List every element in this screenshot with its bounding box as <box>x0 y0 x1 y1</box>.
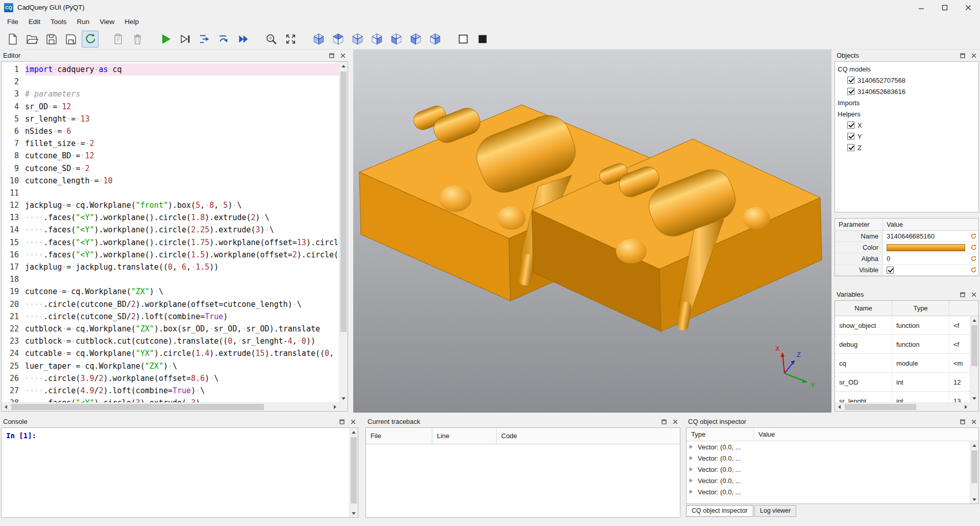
expand-arrow-icon[interactable] <box>690 490 695 494</box>
scroll-right-arrow[interactable] <box>331 403 339 411</box>
expand-arrow-icon[interactable] <box>690 445 695 449</box>
traceback-col-file[interactable]: File <box>366 428 432 444</box>
visible-checkbox[interactable] <box>887 267 894 274</box>
close-button[interactable] <box>957 0 980 15</box>
objects-close-icon[interactable] <box>971 53 977 59</box>
menu-file[interactable]: File <box>2 15 23 29</box>
cq-inspector-float-icon[interactable] <box>960 419 966 425</box>
variable-row[interactable]: cqmodule<m <box>835 354 978 373</box>
maximize-button[interactable] <box>933 0 957 15</box>
scroll-up-arrow[interactable] <box>350 428 358 436</box>
item-checkbox[interactable] <box>847 77 854 84</box>
property-value-color[interactable] <box>883 242 968 253</box>
properties-col-value[interactable]: Value <box>883 219 968 230</box>
editor-close-icon[interactable] <box>340 53 346 59</box>
cq-inspector-close-icon[interactable] <box>971 419 977 425</box>
scroll-down-arrow[interactable] <box>970 394 978 402</box>
property-value-alpha[interactable]: 0 <box>883 253 968 264</box>
save-as-button[interactable] <box>62 31 79 47</box>
variable-row[interactable]: show_objectfunction<f <box>835 316 978 335</box>
menu-tools[interactable]: Tools <box>45 15 72 29</box>
variables-vertical-scrollbar[interactable] <box>970 316 978 402</box>
view-left-button[interactable] <box>407 31 424 47</box>
reload-button[interactable] <box>82 31 99 47</box>
variables-hscroll-thumb[interactable] <box>845 404 916 410</box>
menu-edit[interactable]: Edit <box>23 15 45 29</box>
cq-inspector-vscroll-thumb[interactable] <box>971 450 977 483</box>
scroll-down-arrow[interactable] <box>350 509 358 517</box>
menu-help[interactable]: Help <box>119 15 144 29</box>
minimize-button[interactable] <box>910 0 933 15</box>
tree-item[interactable]: 3140652707568 <box>835 75 978 86</box>
scroll-right-arrow[interactable] <box>962 403 970 411</box>
tab-log-viewer[interactable]: Log viewer <box>754 505 796 517</box>
wireframe-button[interactable] <box>455 31 472 47</box>
variables-float-icon[interactable] <box>960 292 966 298</box>
step-next-button[interactable] <box>215 31 232 47</box>
item-checkbox[interactable] <box>847 144 854 151</box>
item-checkbox[interactable] <box>847 88 854 95</box>
tree-group[interactable]: Helpers <box>835 108 978 119</box>
traceback-float-icon[interactable] <box>661 419 667 425</box>
variables-horizontal-scrollbar[interactable] <box>835 402 970 411</box>
variables-vscroll-thumb[interactable] <box>971 325 977 366</box>
item-checkbox[interactable] <box>847 133 854 140</box>
tree-group[interactable]: CQ models <box>835 63 978 75</box>
scroll-up-arrow[interactable] <box>970 316 978 324</box>
reset-button[interactable] <box>968 233 978 240</box>
expand-arrow-icon[interactable] <box>690 456 695 460</box>
editor-float-icon[interactable] <box>329 53 335 59</box>
scroll-left-arrow[interactable] <box>835 403 843 411</box>
tree-item[interactable]: Y <box>835 131 978 142</box>
cq-inspector-col-type[interactable]: Type <box>687 428 754 441</box>
view-iso-button[interactable] <box>310 31 327 47</box>
editor-horizontal-scrollbar[interactable] <box>2 402 339 411</box>
debug-button[interactable] <box>177 31 193 47</box>
reset-button[interactable] <box>968 255 978 262</box>
editor-vertical-scrollbar[interactable] <box>339 62 348 402</box>
reset-button[interactable] <box>968 267 978 273</box>
step-button[interactable] <box>196 31 213 47</box>
inspector-row[interactable]: Vector: (0.0, ... <box>687 486 978 497</box>
scroll-down-arrow[interactable] <box>970 495 978 504</box>
inspector-row[interactable]: Vector: (0.0, ... <box>687 464 978 475</box>
new-file-button[interactable] <box>4 31 21 47</box>
console-vscroll-thumb[interactable] <box>351 437 357 504</box>
open-file-button[interactable] <box>23 31 40 47</box>
view-top-button[interactable] <box>330 31 347 47</box>
property-value-visible[interactable] <box>883 265 968 275</box>
code-text-area[interactable]: import·cadquery·as·cq# parameterssr_OD·=… <box>25 62 339 402</box>
scroll-left-arrow[interactable] <box>2 403 10 411</box>
editor-vscroll-thumb[interactable] <box>340 71 347 332</box>
console-vertical-scrollbar[interactable] <box>349 428 358 517</box>
traceback-col-code[interactable]: Code <box>497 428 680 444</box>
tree-item[interactable]: X <box>835 119 978 131</box>
item-checkbox[interactable] <box>847 122 854 129</box>
console-float-icon[interactable] <box>339 419 345 425</box>
shaded-button[interactable] <box>474 31 491 47</box>
clear-button[interactable] <box>110 31 127 47</box>
variable-row[interactable]: sr_ODint12 <box>835 373 978 392</box>
code-editor[interactable]: 1234567891011121314151617181920212223242… <box>1 61 348 412</box>
cq-inspector-vertical-scrollbar[interactable] <box>970 441 978 504</box>
editor-hscroll-thumb[interactable] <box>11 404 264 410</box>
inspector-row[interactable]: Vector: (0.0, ... <box>687 441 978 452</box>
render-button[interactable] <box>157 31 174 47</box>
scroll-up-arrow[interactable] <box>970 441 978 449</box>
continue-button[interactable] <box>235 31 252 47</box>
property-value-name[interactable]: 3140646685160 <box>883 231 968 242</box>
cq-inspector-col-value[interactable]: Value <box>754 428 978 441</box>
objects-float-icon[interactable] <box>960 53 966 59</box>
properties-col-parameter[interactable]: Parameter <box>835 219 883 230</box>
tree-item[interactable]: Z <box>835 142 978 153</box>
zoom-all-button[interactable] <box>263 31 280 47</box>
delete-button[interactable] <box>129 31 146 47</box>
reset-button[interactable] <box>968 244 978 251</box>
tree-item[interactable]: 3140652683616 <box>835 86 978 97</box>
console-area[interactable]: In [1]: <box>1 427 358 518</box>
view-right-button[interactable] <box>427 31 444 47</box>
variables-col-name[interactable]: Name <box>835 301 892 316</box>
variable-row[interactable]: debugfunction<f <box>835 335 978 354</box>
traceback-close-icon[interactable] <box>672 419 678 425</box>
menu-run[interactable]: Run <box>72 15 95 29</box>
